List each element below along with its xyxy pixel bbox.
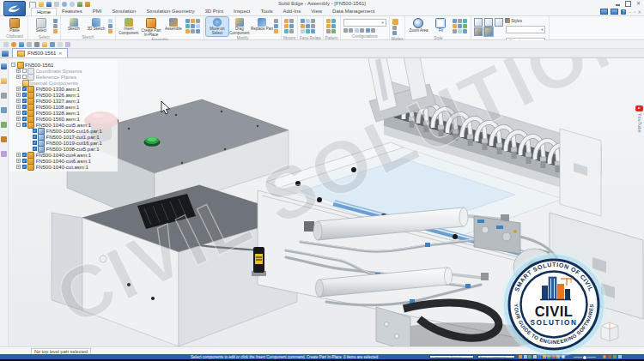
orient-option-icon[interactable] bbox=[453, 24, 457, 28]
minimize-document-icon[interactable]: – bbox=[629, 9, 631, 15]
tree-item[interactable]: FN500-1019-cut16.par:1 bbox=[9, 140, 118, 146]
document-tab-close-icon[interactable]: ✕ bbox=[58, 51, 62, 56]
small-toolbar-icon[interactable] bbox=[3, 42, 9, 47]
expander-icon[interactable]: + bbox=[16, 153, 21, 157]
tab-view[interactable]: View bbox=[306, 8, 327, 15]
replace-part-button[interactable]: Replace Part bbox=[251, 17, 273, 33]
tab-simulation-geometry[interactable]: Simulation Geometry bbox=[141, 8, 199, 15]
motor-option-icon[interactable] bbox=[289, 29, 294, 33]
tree-item[interactable]: + FN500-1330.asm:1 bbox=[9, 86, 118, 92]
small-toolbar-icon[interactable] bbox=[27, 42, 32, 47]
configuration-option-icon[interactable] bbox=[355, 28, 359, 33]
tree-item[interactable]: + FN500-1560.asm:1 bbox=[9, 116, 118, 122]
visibility-checkbox[interactable] bbox=[22, 117, 27, 121]
assemble-option-icon[interactable] bbox=[191, 19, 195, 23]
face-relate-option-icon[interactable] bbox=[306, 24, 310, 28]
tree-item[interactable]: FN500-1008-cut5.par:1 bbox=[9, 146, 118, 152]
tree-item[interactable]: FN500-1017-cut1.par:1 bbox=[9, 134, 118, 140]
shaded-active-cube-icon[interactable] bbox=[484, 27, 493, 36]
pathfinder-tab-icon[interactable] bbox=[1, 63, 7, 69]
tree-item[interactable]: + FN500-1328.asm:1 bbox=[9, 110, 118, 116]
small-toolbar-icon[interactable] bbox=[50, 42, 55, 47]
fit-button[interactable]: Fit bbox=[429, 17, 452, 34]
face-relate-option-icon[interactable] bbox=[311, 24, 315, 28]
tab-inspect[interactable]: Inspect bbox=[228, 8, 255, 15]
visibility-checkbox[interactable] bbox=[22, 111, 27, 115]
layers-tab-icon[interactable] bbox=[1, 151, 7, 157]
face-relate-option-icon[interactable] bbox=[301, 29, 305, 33]
undo-icon[interactable] bbox=[62, 2, 67, 7]
orient-option-icon[interactable] bbox=[463, 24, 467, 28]
visibility-checkbox[interactable] bbox=[22, 159, 27, 163]
expander-icon[interactable]: + bbox=[16, 117, 21, 121]
visibility-checkbox[interactable] bbox=[22, 165, 27, 169]
minimize-button[interactable] bbox=[616, 4, 620, 6]
expander-icon[interactable]: + bbox=[16, 159, 21, 163]
sketch-option-icon[interactable] bbox=[108, 29, 112, 33]
tab-features[interactable]: Features bbox=[57, 8, 88, 15]
tree-item[interactable]: + FN500-1040-cut.asm:1 bbox=[9, 164, 118, 170]
3d-sketch-button[interactable]: 3D Sketch bbox=[85, 17, 107, 33]
visibility-checkbox[interactable] bbox=[33, 135, 37, 139]
pattern-option-icon[interactable] bbox=[326, 24, 331, 28]
family-of-assemblies-tab-icon[interactable] bbox=[1, 107, 7, 113]
redo-icon[interactable] bbox=[70, 2, 75, 7]
select-option-icon[interactable] bbox=[53, 29, 58, 33]
assemble-option-icon[interactable] bbox=[185, 19, 190, 23]
configuration-option-icon[interactable] bbox=[343, 28, 348, 33]
configuration-option-icon[interactable] bbox=[366, 28, 370, 33]
status-icon[interactable] bbox=[608, 355, 611, 358]
tree-item[interactable]: + Coordinate Systems bbox=[9, 68, 118, 74]
sketch-option-icon[interactable] bbox=[108, 19, 112, 23]
orient-option-icon[interactable] bbox=[453, 19, 457, 23]
mode-option-icon[interactable] bbox=[392, 19, 398, 25]
restore-small-icon[interactable]: ▫ bbox=[634, 9, 635, 15]
tree-item[interactable]: - FN500-1040-cut5.asm:1 bbox=[9, 122, 118, 128]
expander-icon[interactable]: + bbox=[16, 87, 21, 91]
tab-data-management[interactable]: Data Management bbox=[327, 8, 380, 15]
visibility-checkbox[interactable] bbox=[33, 129, 37, 133]
tree-item[interactable]: + FN500-1326.asm:1 bbox=[9, 92, 118, 98]
sketch-button[interactable]: Sketch bbox=[63, 17, 85, 33]
tab-pmi[interactable]: PMI bbox=[88, 8, 107, 15]
status-icon[interactable] bbox=[618, 355, 622, 358]
create-part-in-place-button[interactable]: Create Part In-Place bbox=[140, 17, 162, 38]
pathfinder-icon[interactable] bbox=[2, 51, 9, 57]
help-icon[interactable]: ? bbox=[621, 9, 626, 15]
zoom-area-button[interactable]: Zoom Area bbox=[407, 17, 429, 34]
face-relate-option-icon[interactable] bbox=[306, 19, 310, 23]
pattern-option-icon[interactable] bbox=[326, 19, 331, 23]
face-relate-option-icon[interactable] bbox=[311, 19, 315, 23]
orient-option-icon[interactable] bbox=[453, 29, 457, 33]
expander-icon[interactable]: + bbox=[16, 111, 21, 115]
restore-document-icon[interactable] bbox=[600, 9, 608, 15]
print-icon[interactable] bbox=[54, 2, 59, 7]
expander-icon[interactable]: + bbox=[16, 99, 21, 103]
customize-icon[interactable] bbox=[85, 2, 90, 7]
tab-tools[interactable]: Tools bbox=[255, 8, 277, 15]
face-relate-option-icon[interactable] bbox=[311, 29, 315, 33]
visibility-checkbox[interactable] bbox=[22, 93, 27, 97]
small-toolbar-icon[interactable] bbox=[58, 42, 63, 47]
small-toolbar-icon[interactable] bbox=[65, 42, 70, 47]
visibility-checkbox[interactable] bbox=[22, 75, 27, 79]
component-search-input[interactable]: Component Search bbox=[429, 355, 474, 358]
pattern-option-icon[interactable] bbox=[331, 29, 336, 33]
visible-edges-cube-icon[interactable] bbox=[484, 18, 493, 27]
status-icon[interactable] bbox=[613, 355, 617, 358]
tree-item[interactable]: + FN500-1327.asm:1 bbox=[9, 98, 118, 104]
modify-option-icon[interactable] bbox=[274, 19, 278, 23]
modify-option-icon[interactable] bbox=[274, 29, 278, 33]
visibility-checkbox[interactable] bbox=[22, 105, 27, 109]
visibility-checkbox[interactable] bbox=[22, 87, 27, 91]
tab-3d-print[interactable]: 3D Print bbox=[199, 8, 228, 15]
tree-item[interactable]: Internal Components bbox=[9, 80, 118, 86]
expander-icon[interactable]: - bbox=[16, 123, 21, 127]
orient-option-icon[interactable] bbox=[458, 19, 462, 23]
simulate-motion-tab-icon[interactable] bbox=[1, 136, 7, 142]
select-option-icon[interactable] bbox=[53, 24, 58, 28]
tab-home[interactable]: Home bbox=[31, 8, 57, 15]
assemble-option-icon[interactable] bbox=[185, 24, 190, 28]
tree-item[interactable]: + Reference Planes bbox=[9, 74, 118, 80]
visibility-checkbox[interactable] bbox=[22, 69, 27, 73]
